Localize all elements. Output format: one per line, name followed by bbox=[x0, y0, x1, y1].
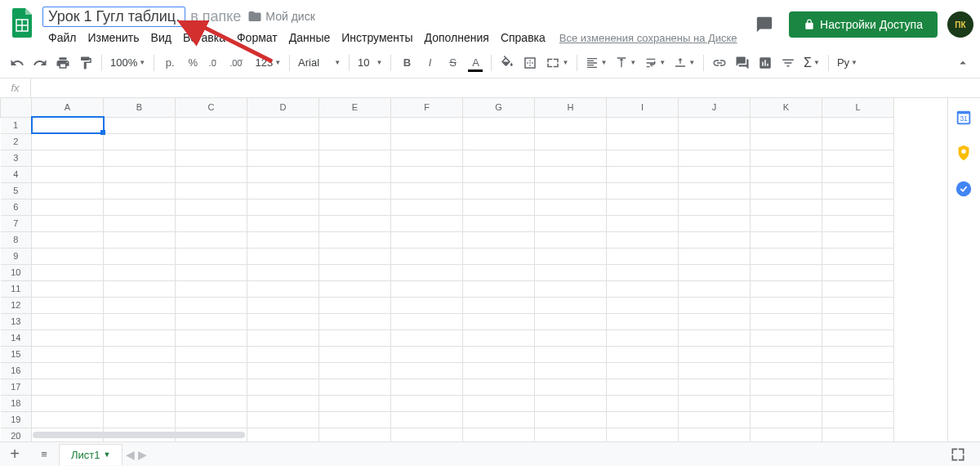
cell[interactable] bbox=[32, 313, 104, 329]
row-header[interactable]: 11 bbox=[1, 280, 32, 297]
cell[interactable] bbox=[104, 264, 176, 280]
row-header[interactable]: 5 bbox=[1, 182, 32, 199]
cell[interactable] bbox=[751, 215, 822, 231]
cell[interactable] bbox=[32, 346, 104, 362]
cell[interactable] bbox=[535, 199, 607, 215]
cell[interactable] bbox=[247, 297, 319, 313]
cell[interactable] bbox=[391, 280, 463, 297]
cell[interactable] bbox=[391, 362, 463, 379]
row-header[interactable]: 19 bbox=[1, 411, 32, 428]
cell[interactable] bbox=[607, 329, 679, 346]
paint-format-button[interactable] bbox=[75, 52, 96, 74]
row-header[interactable]: 8 bbox=[1, 231, 32, 248]
cell[interactable] bbox=[176, 297, 247, 313]
row-header[interactable]: 14 bbox=[1, 329, 32, 346]
cell[interactable] bbox=[751, 313, 822, 329]
horizontal-scrollbar[interactable] bbox=[33, 432, 933, 440]
row-header[interactable]: 1 bbox=[1, 117, 32, 133]
cell[interactable] bbox=[535, 395, 607, 411]
cell[interactable] bbox=[751, 329, 822, 346]
cell[interactable] bbox=[463, 182, 535, 199]
cell[interactable] bbox=[751, 264, 822, 280]
cell[interactable] bbox=[607, 297, 679, 313]
cell[interactable] bbox=[391, 133, 463, 150]
currency-button[interactable]: р. bbox=[159, 52, 180, 74]
cell[interactable] bbox=[104, 379, 176, 395]
cell[interactable] bbox=[32, 280, 104, 297]
cell[interactable] bbox=[463, 166, 535, 182]
cell[interactable] bbox=[679, 199, 751, 215]
cell[interactable] bbox=[104, 395, 176, 411]
row-header[interactable]: 16 bbox=[1, 362, 32, 379]
row-header[interactable]: 2 bbox=[1, 133, 32, 150]
cell[interactable] bbox=[822, 215, 894, 231]
spreadsheet-grid[interactable]: ABCDEFGHIJKL1234567891011121314151617181… bbox=[0, 98, 947, 441]
cell[interactable] bbox=[104, 329, 176, 346]
cell[interactable] bbox=[463, 264, 535, 280]
cell[interactable] bbox=[535, 231, 607, 248]
row-header[interactable]: 7 bbox=[1, 215, 32, 231]
cell[interactable] bbox=[822, 133, 894, 150]
cell[interactable] bbox=[32, 379, 104, 395]
cell[interactable] bbox=[247, 150, 319, 166]
cell[interactable] bbox=[104, 411, 176, 428]
menu-format[interactable]: Формат bbox=[231, 28, 283, 47]
cell[interactable] bbox=[32, 182, 104, 199]
cell[interactable] bbox=[391, 117, 463, 133]
column-header[interactable]: L bbox=[822, 98, 894, 117]
cell[interactable] bbox=[32, 231, 104, 248]
cell[interactable] bbox=[319, 133, 391, 150]
cell[interactable] bbox=[679, 231, 751, 248]
cell[interactable] bbox=[104, 362, 176, 379]
cell[interactable] bbox=[679, 150, 751, 166]
cell[interactable] bbox=[535, 117, 607, 133]
cell[interactable] bbox=[463, 199, 535, 215]
cell[interactable] bbox=[176, 280, 247, 297]
cell[interactable] bbox=[176, 166, 247, 182]
cell[interactable] bbox=[463, 280, 535, 297]
cell[interactable] bbox=[104, 248, 176, 264]
cell[interactable] bbox=[319, 231, 391, 248]
print-button[interactable] bbox=[52, 52, 74, 74]
row-header[interactable]: 13 bbox=[1, 313, 32, 329]
cell[interactable] bbox=[247, 182, 319, 199]
cell[interactable] bbox=[319, 150, 391, 166]
cell[interactable] bbox=[679, 117, 751, 133]
cell[interactable] bbox=[463, 329, 535, 346]
cell[interactable] bbox=[607, 231, 679, 248]
comments-button[interactable] bbox=[750, 10, 779, 39]
cell[interactable] bbox=[319, 199, 391, 215]
cell[interactable] bbox=[32, 166, 104, 182]
cell[interactable] bbox=[535, 280, 607, 297]
cell[interactable] bbox=[391, 329, 463, 346]
cell[interactable] bbox=[822, 395, 894, 411]
menu-view[interactable]: Вид bbox=[145, 28, 177, 47]
document-title-input[interactable]: Урок 1 Гугл таблиц. bbox=[42, 7, 185, 27]
input-tools-dropdown[interactable]: Ру▼ bbox=[834, 56, 861, 69]
column-header[interactable]: C bbox=[176, 98, 247, 117]
cell[interactable] bbox=[822, 264, 894, 280]
cell[interactable] bbox=[607, 166, 679, 182]
cell[interactable] bbox=[535, 166, 607, 182]
cell[interactable] bbox=[607, 379, 679, 395]
cell[interactable] bbox=[535, 297, 607, 313]
cell[interactable] bbox=[463, 362, 535, 379]
text-color-button[interactable]: A bbox=[465, 52, 486, 74]
row-header[interactable]: 12 bbox=[1, 297, 32, 313]
cell[interactable] bbox=[822, 379, 894, 395]
strikethrough-button[interactable]: S bbox=[442, 52, 463, 74]
cell[interactable] bbox=[104, 150, 176, 166]
cell[interactable] bbox=[319, 280, 391, 297]
cell[interactable] bbox=[463, 248, 535, 264]
cell[interactable] bbox=[607, 280, 679, 297]
cell[interactable] bbox=[176, 411, 247, 428]
cell[interactable] bbox=[176, 182, 247, 199]
cell[interactable] bbox=[679, 215, 751, 231]
select-all-corner[interactable] bbox=[1, 98, 32, 117]
menu-tools[interactable]: Инструменты bbox=[336, 28, 418, 47]
cell[interactable] bbox=[391, 166, 463, 182]
fill-color-button[interactable] bbox=[497, 52, 518, 74]
cell[interactable] bbox=[319, 411, 391, 428]
cell[interactable] bbox=[463, 313, 535, 329]
menu-edit[interactable]: Изменить bbox=[82, 28, 145, 47]
